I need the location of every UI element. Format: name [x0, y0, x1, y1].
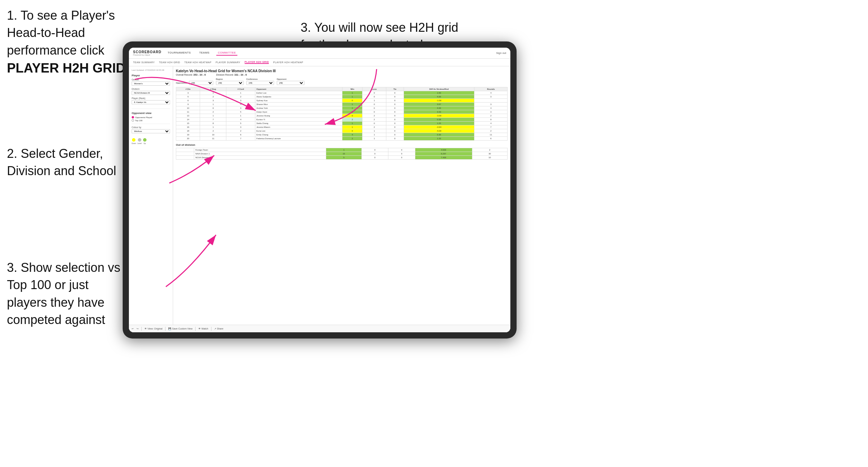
sidebar-divider: [132, 108, 170, 109]
instr1-bold: PLAYER H2H GRID: [7, 61, 125, 75]
cell-div: 15: [176, 122, 200, 125]
cell-diff: -3.00: [404, 114, 474, 118]
cell-opponent: NCAA Division 2: [194, 156, 326, 160]
opponents-filter: Opponents: (All): [176, 81, 213, 85]
overall-record-value: 353 - 34 - 6: [194, 74, 206, 76]
instr1-text: 1. To see a Player's Head-to-Head perfor…: [7, 8, 115, 57]
subnav-player-h2h-grid[interactable]: PLAYER H2H GRID: [245, 61, 269, 64]
share-btn[interactable]: ↗ Share: [214, 327, 224, 330]
region-select[interactable]: (All): [216, 81, 244, 85]
logo-block: SCOREBOARD Powered by clippd: [133, 50, 161, 56]
undo-btn[interactable]: ↩: [132, 327, 134, 330]
cell-conf: 1: [226, 114, 255, 118]
table-row: 3 1 1 Esther Lee 1 0 0 1.50 4: [176, 91, 508, 95]
cell-div: 3: [176, 91, 200, 95]
watch-btn[interactable]: 👁 Watch: [198, 327, 208, 330]
conference-filter: Conference (All): [246, 78, 274, 85]
instruction-2: 2. Select Gender, Division and School: [7, 145, 124, 180]
cell-win: 2: [342, 118, 362, 122]
radio-dot-opponents: [132, 116, 134, 118]
cell-opponent: Alexis Sudjianto: [255, 95, 342, 99]
cell-conf: 2: [226, 95, 255, 99]
subnav-team-h2h-heatmap[interactable]: TEAM H2H HEATMAP: [184, 61, 211, 64]
instruction-3-bottom: 3. Show selection vs Top 100 or just pla…: [7, 259, 131, 329]
table-row: 5 2 2 Alexis Sudjianto 1 0 0 4.00 3: [176, 95, 508, 99]
division-select[interactable]: NCAA Division III: [132, 91, 170, 95]
cell-win: 1: [342, 95, 362, 99]
opponent-select[interactable]: (All): [277, 81, 304, 85]
table-row: 18 2 2 Euna Lee 0 1 0 -5.00 2: [176, 129, 508, 133]
cell-div: 14: [176, 118, 200, 122]
share-label: Share: [217, 327, 224, 330]
sidebar-player-rank-label: Player (Rank): [132, 97, 170, 99]
sign-out[interactable]: Sign out: [496, 51, 506, 55]
cell-loss: 1: [362, 129, 386, 133]
nav-committee[interactable]: COMMITTEE: [216, 50, 237, 56]
cell-tie: 0: [386, 118, 404, 122]
logo-sub: Powered by clippd: [133, 54, 161, 56]
cell-conf: 3: [226, 106, 255, 110]
overall-record-label-text: Overall Record:: [176, 74, 193, 76]
cell-tie: 0: [388, 156, 415, 160]
nav-teams[interactable]: TEAMS: [198, 50, 211, 56]
cell-opponent: Sydney Kuo: [255, 99, 342, 103]
cell-loss: 0: [362, 91, 386, 95]
cell-loss: 0: [362, 106, 386, 110]
cell-opponent: Esther Lee: [255, 91, 342, 95]
cell-conf: 4: [226, 118, 255, 122]
cell-rounds: [474, 99, 508, 103]
cell-loss: 2: [362, 118, 386, 122]
table-row: 16 1 3 Jessica Mason 1 2 0 -0.94 7: [176, 125, 508, 129]
cell-conf: 5: [226, 122, 255, 125]
conference-select[interactable]: (All): [246, 81, 274, 85]
cell-opponent: Jessica Mason: [255, 125, 342, 129]
cell-diff: 1.25: [404, 122, 474, 125]
cell-div: 20: [176, 137, 200, 141]
colour-by-select[interactable]: Win/loss: [132, 129, 170, 133]
cell-win: 4: [342, 133, 362, 137]
cell-div: [176, 148, 194, 152]
app-header: SCOREBOARD Powered by clippd TOURNAMENTS…: [129, 48, 510, 59]
cell-tie: 0: [388, 152, 415, 156]
table-row: 19 10 6 Emily Chang 4 1 0 0.30 11: [176, 133, 508, 137]
cell-win: 1: [342, 110, 362, 114]
cell-rounds: 3: [474, 95, 508, 99]
subnav-team-h2h-grid[interactable]: TEAM H2H GRID: [159, 61, 180, 64]
cell-win: 1: [342, 125, 362, 129]
cell-diff: -0.94: [404, 125, 474, 129]
view-original-btn[interactable]: 👁 View: Original: [144, 327, 162, 330]
main-area: Katelyn Vo Head-to-Head Grid for Women's…: [173, 66, 510, 332]
cell-win: 15: [326, 152, 361, 156]
redo-btn[interactable]: ↪: [136, 327, 139, 330]
cell-diff: -5.00: [404, 129, 474, 133]
opponents-select[interactable]: (All): [189, 81, 213, 85]
player-rank-select[interactable]: 8. Katelyn Vo: [132, 100, 170, 104]
sidebar-division-label: Division: [132, 88, 170, 90]
cell-div: 10: [176, 106, 200, 110]
cell-diff: 4.500: [415, 148, 472, 152]
radio-top100[interactable]: Top 100: [132, 119, 170, 122]
cell-reg: 1: [200, 103, 226, 106]
save-custom-view-btn[interactable]: 💾 Save Custom View: [168, 327, 192, 330]
nav-tournaments[interactable]: TOURNAMENTS: [166, 50, 192, 56]
cell-div: [176, 156, 194, 160]
cell-loss: 1: [362, 133, 386, 137]
cell-opponent: Stella Cheng: [255, 122, 342, 125]
radio-opponents-played[interactable]: Opponents Played: [132, 116, 170, 118]
subnav-player-h2h-heatmap[interactable]: PLAYER H2H HEATMAP: [273, 61, 303, 64]
legend-up: Up: [143, 138, 147, 144]
subnav-team-summary[interactable]: TEAM SUMMARY: [133, 61, 155, 64]
logo-title: SCOREBOARD: [133, 50, 161, 54]
cell-loss: 0: [362, 122, 386, 125]
table-row: 10 6 3 Andrea York 2 0 0 4.00 4: [176, 106, 508, 110]
col-reg: # Reg: [200, 87, 226, 91]
cell-opponent: Foreign Team: [194, 148, 326, 152]
division-record-label: Division Record: 331 - 34 - 6: [216, 74, 247, 76]
cell-loss: 0: [362, 95, 386, 99]
cell-tie: 0: [386, 103, 404, 106]
sidebar: Last Updated: 27/03/2024 16:55:38 Player…: [129, 66, 173, 332]
cell-loss: 0: [361, 152, 388, 156]
h2h-table: # Div # Reg # Conf Opponent Win Loss Tie…: [176, 87, 508, 141]
gender-select[interactable]: Women's: [132, 82, 170, 86]
subnav-player-summary[interactable]: PLAYER SUMMARY: [216, 61, 240, 64]
